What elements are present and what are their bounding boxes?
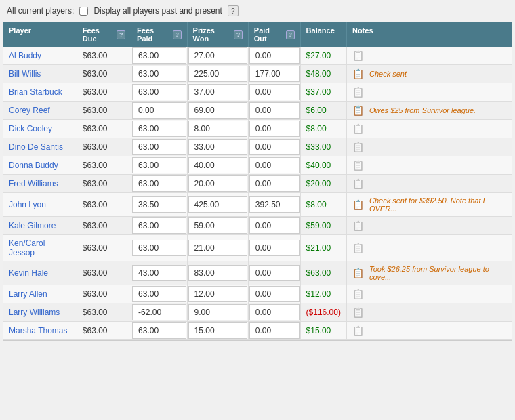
fees-due-help-icon[interactable]: ? xyxy=(117,30,125,39)
note-icon[interactable]: 📋 xyxy=(352,68,364,79)
prizes-won-cell[interactable]: 225.00 xyxy=(188,66,247,82)
paid-out-cell[interactable]: 0.00 xyxy=(249,139,300,155)
balance-cell: $8.00 xyxy=(300,193,346,217)
player-link[interactable]: Dick Cooley xyxy=(9,124,52,133)
note-icon[interactable]: 📋 xyxy=(352,142,364,152)
player-link[interactable]: Al Buddy xyxy=(9,51,41,60)
paid-out-cell[interactable]: 0.00 xyxy=(249,240,300,256)
display-all-label: Display all players past and present xyxy=(94,6,222,16)
fees-paid-help-icon[interactable]: ? xyxy=(173,30,182,39)
note-icon[interactable]: 📋 xyxy=(352,325,364,336)
fees-paid-cell[interactable]: 63.00 xyxy=(132,84,186,100)
fees-due-cell: $63.00 xyxy=(77,322,131,340)
note-icon[interactable]: 📋 xyxy=(352,105,364,116)
paid-out-cell[interactable]: 0.00 xyxy=(249,286,300,302)
fees-paid-cell[interactable]: 63.00 xyxy=(132,175,186,192)
fees-paid-cell[interactable]: 63.00 xyxy=(132,47,186,64)
prizes-won-cell[interactable]: 69.00 xyxy=(188,102,247,119)
prizes-won-cell[interactable]: 33.00 xyxy=(188,139,247,155)
paid-out-cell[interactable]: 0.00 xyxy=(249,84,300,100)
note-icon[interactable]: 📋 xyxy=(352,243,364,253)
prizes-won-cell[interactable]: 27.00 xyxy=(188,47,247,64)
paid-out-cell[interactable]: 0.00 xyxy=(249,102,300,119)
fees-paid-cell[interactable]: 63.00 xyxy=(132,286,186,302)
fees-paid-cell[interactable]: -62.00 xyxy=(132,304,186,320)
note-icon[interactable]: 📋 xyxy=(352,178,364,189)
player-link[interactable]: Bill Willis xyxy=(9,69,41,79)
player-link[interactable]: Fred Williams xyxy=(9,179,58,188)
paid-out-cell[interactable]: 0.00 xyxy=(249,322,300,339)
display-all-help-icon[interactable]: ? xyxy=(228,5,239,16)
notes-cell: 📋 xyxy=(346,47,512,65)
paid-out-cell[interactable]: 0.00 xyxy=(249,175,300,192)
fees-paid-cell[interactable]: 63.00 xyxy=(132,240,186,256)
note-icon[interactable]: 📋 xyxy=(352,307,364,318)
prizes-won-cell[interactable]: 40.00 xyxy=(188,157,247,173)
fees-paid-cell[interactable]: 0.00 xyxy=(132,102,186,119)
note-icon[interactable]: 📋 xyxy=(352,289,364,299)
player-link[interactable]: Donna Buddy xyxy=(9,161,58,170)
notes-cell: 📋 xyxy=(346,235,512,261)
display-all-checkbox[interactable] xyxy=(79,7,88,16)
fees-paid-cell[interactable]: 63.00 xyxy=(132,139,186,155)
player-link[interactable]: Larry Williams xyxy=(9,308,60,317)
fees-due-cell: $63.00 xyxy=(77,303,131,322)
player-link[interactable]: John Lyon xyxy=(9,200,46,209)
paid-out-cell[interactable]: 0.00 xyxy=(249,217,300,234)
player-link[interactable]: Larry Allen xyxy=(9,289,47,299)
paid-out-cell[interactable]: 0.00 xyxy=(249,157,300,173)
prizes-won-cell[interactable]: 83.00 xyxy=(188,265,247,281)
notes-cell: 📋 xyxy=(346,83,512,102)
balance-cell: $59.00 xyxy=(300,217,346,235)
table-row: Marsha Thomas$63.0063.0015.000.00$15.00📋 xyxy=(3,322,512,340)
paid-out-cell[interactable]: 392.50 xyxy=(249,196,300,213)
prizes-won-cell[interactable]: 20.00 xyxy=(188,175,247,192)
notes-cell: 📋 xyxy=(346,156,512,175)
fees-paid-cell[interactable]: 63.00 xyxy=(132,322,186,339)
paid-out-cell[interactable]: 0.00 xyxy=(249,47,300,64)
table-row: Ken/Carol Jessop$63.0063.0021.000.00$21.… xyxy=(3,235,512,261)
note-icon[interactable]: 📋 xyxy=(352,268,364,278)
prizes-won-help-icon[interactable]: ? xyxy=(234,30,243,39)
balance-cell: $20.00 xyxy=(300,175,346,193)
note-icon[interactable]: 📋 xyxy=(352,220,364,231)
prizes-won-cell[interactable]: 59.00 xyxy=(188,217,247,234)
player-link[interactable]: Kevin Hale xyxy=(9,268,48,278)
player-link[interactable]: Dino De Santis xyxy=(9,142,63,152)
player-link[interactable]: Ken/Carol Jessop xyxy=(9,238,45,257)
player-link[interactable]: Kale Gilmore xyxy=(9,221,56,230)
note-icon[interactable]: 📋 xyxy=(352,199,364,210)
col-header-notes: Notes xyxy=(346,22,512,47)
player-link[interactable]: Brian Starbuck xyxy=(9,87,62,97)
player-link[interactable]: Marsha Thomas xyxy=(9,326,67,335)
paid-out-help-icon[interactable]: ? xyxy=(286,30,295,39)
balance-cell: $48.00 xyxy=(300,65,346,83)
prizes-won-cell[interactable]: 425.00 xyxy=(188,196,247,213)
prizes-won-cell[interactable]: 15.00 xyxy=(188,322,247,339)
paid-out-cell[interactable]: 177.00 xyxy=(249,66,300,82)
fees-paid-cell[interactable]: 43.00 xyxy=(132,265,186,281)
note-icon[interactable]: 📋 xyxy=(352,87,364,98)
fees-paid-cell[interactable]: 63.00 xyxy=(132,157,186,173)
balance-cell: $21.00 xyxy=(300,235,346,261)
prizes-won-cell[interactable]: 9.00 xyxy=(188,304,247,320)
prizes-won-cell[interactable]: 21.00 xyxy=(188,240,247,256)
paid-out-cell[interactable]: 0.00 xyxy=(249,121,300,137)
prizes-won-cell[interactable]: 12.00 xyxy=(188,286,247,302)
table-header-row: Player Fees Due ? Fees Paid ? Prizes Won… xyxy=(3,22,512,47)
note-icon[interactable]: 📋 xyxy=(352,50,364,61)
prizes-won-cell[interactable]: 8.00 xyxy=(188,121,247,137)
fees-paid-cell[interactable]: 38.50 xyxy=(132,196,186,213)
prizes-won-cell[interactable]: 37.00 xyxy=(188,84,247,100)
fees-due-cell: $63.00 xyxy=(77,47,131,65)
player-link[interactable]: Corey Reef xyxy=(9,106,50,115)
balance-cell: $40.00 xyxy=(300,156,346,175)
fees-paid-cell[interactable]: 63.00 xyxy=(132,66,186,82)
paid-out-cell[interactable]: 0.00 xyxy=(249,304,300,320)
fees-paid-cell[interactable]: 63.00 xyxy=(132,121,186,137)
paid-out-cell[interactable]: 0.00 xyxy=(249,265,300,281)
fees-paid-cell[interactable]: 63.00 xyxy=(132,217,186,234)
note-icon[interactable]: 📋 xyxy=(352,123,364,134)
note-icon[interactable]: 📋 xyxy=(352,160,364,171)
notes-cell: 📋Check sent xyxy=(346,65,512,83)
